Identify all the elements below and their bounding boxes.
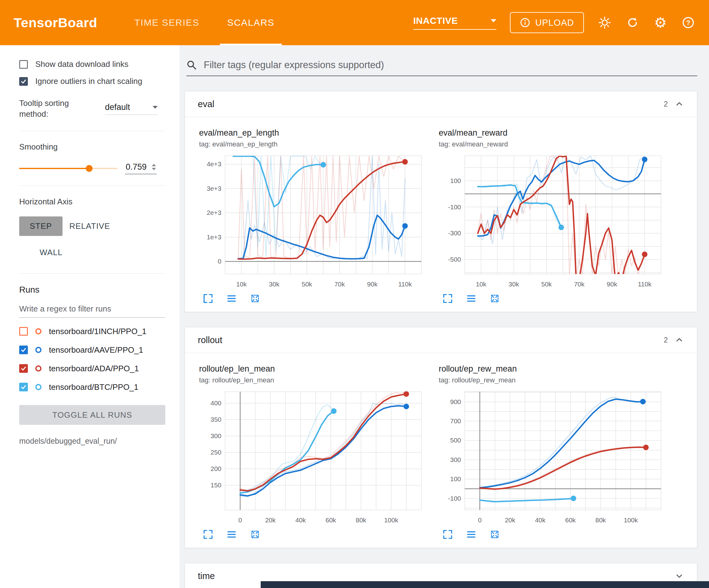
- svg-text:80k: 80k: [595, 516, 606, 523]
- chart-plot[interactable]: 020k40k60k80k100k-100100300500700900: [439, 387, 670, 529]
- checkbox-label: Show data download links: [35, 59, 129, 69]
- section-eval: eval 2 eval/mean_ep_length tag: eval/mea…: [185, 91, 697, 312]
- svg-text:20k: 20k: [265, 516, 275, 523]
- upload-button-label: UPLOAD: [535, 18, 574, 28]
- svg-text:100: 100: [450, 177, 461, 184]
- smoothing-value-box[interactable]: 0.759: [125, 162, 157, 174]
- refresh-icon[interactable]: [625, 16, 640, 30]
- svg-text:3e+3: 3e+3: [207, 185, 221, 192]
- expand-chart-icon[interactable]: [203, 529, 213, 540]
- section-rollout-header[interactable]: rollout 2: [185, 327, 697, 353]
- filter-tags-row[interactable]: Filter tags (regular expressions support…: [186, 59, 697, 76]
- ignore-outliers-row[interactable]: Ignore outliers in chart scaling: [19, 76, 165, 86]
- fit-domain-icon[interactable]: [490, 293, 500, 304]
- svg-text:20k: 20k: [505, 516, 515, 523]
- tooltip-sorting-value: default: [105, 102, 130, 112]
- chart-plot[interactable]: 10k30k50k70k90k110k01e+32e+33e+34e+3: [199, 151, 431, 292]
- ignore-outliers-checkbox[interactable]: [19, 77, 28, 86]
- horizontal-axis-label: Horizontal Axis: [19, 197, 165, 207]
- chart-plot[interactable]: 10k30k50k70k90k110k100-100-300-500: [439, 151, 670, 292]
- tooltip-sorting-select[interactable]: default: [105, 102, 158, 115]
- svg-text:350: 350: [211, 416, 221, 423]
- help-icon[interactable]: ?: [681, 16, 695, 30]
- expand-chart-icon[interactable]: [442, 529, 453, 540]
- settings-icon[interactable]: ⚙: [653, 16, 667, 30]
- svg-text:80k: 80k: [356, 516, 366, 523]
- brightness-icon[interactable]: [598, 16, 612, 30]
- section-eval-header[interactable]: eval 2: [185, 91, 697, 117]
- upload-button[interactable]: UPLOAD: [510, 12, 584, 33]
- smoothing-value[interactable]: 0.759: [126, 162, 151, 172]
- toggle-all-runs-button[interactable]: TOGGLE ALL RUNS: [19, 405, 165, 425]
- chart-tag: tag: rollout/ep_rew_mean: [439, 376, 670, 384]
- svg-text:300: 300: [450, 456, 461, 463]
- svg-text:100: 100: [450, 475, 461, 482]
- chart-toolbar: [203, 529, 431, 540]
- tab-scalars[interactable]: SCALARS: [220, 0, 282, 45]
- stepper-up-icon[interactable]: [152, 164, 156, 166]
- svg-text:700: 700: [450, 417, 461, 425]
- toggle-y-axis-icon[interactable]: [466, 529, 476, 540]
- show-download-links-row[interactable]: Show data download links: [19, 59, 165, 69]
- toggle-y-axis-icon[interactable]: [226, 529, 237, 540]
- chevron-down-icon[interactable]: [675, 571, 684, 581]
- top-tabs: TIME SERIES SCALARS: [127, 0, 295, 45]
- section-rollout: rollout 2 rollout/ep_len_mean tag: rollo…: [185, 327, 697, 548]
- smoothing-slider-knob[interactable]: [86, 165, 93, 172]
- fit-domain-icon[interactable]: [250, 529, 260, 540]
- run-row-btc[interactable]: tensorboard/BTC/PPO_1: [19, 378, 165, 397]
- svg-text:70k: 70k: [334, 281, 345, 288]
- smoothing-slider[interactable]: [19, 164, 117, 173]
- expand-chart-icon[interactable]: [203, 293, 213, 304]
- svg-text:-100: -100: [448, 203, 461, 210]
- section-title: eval: [198, 99, 214, 109]
- run-label: tensorboard/ADA/PPO_1: [49, 364, 139, 374]
- chart-eval-mean-reward: eval/mean_reward tag: eval/mean_reward 1…: [439, 128, 670, 304]
- run-checkbox[interactable]: [19, 327, 28, 336]
- toggle-y-axis-icon[interactable]: [466, 293, 476, 304]
- run-row-aave[interactable]: tensorboard/AAVE/PPO_1: [19, 340, 165, 359]
- svg-text:0: 0: [218, 258, 221, 265]
- show-download-links-checkbox[interactable]: [19, 60, 28, 69]
- divider: [19, 185, 165, 186]
- toggle-y-axis-icon[interactable]: [226, 293, 237, 304]
- status-dropdown[interactable]: INACTIVE: [413, 16, 496, 30]
- svg-text:-300: -300: [448, 229, 461, 236]
- runs-heading: Runs: [19, 285, 165, 295]
- chart-tag: tag: eval/mean_reward: [439, 140, 670, 148]
- expand-chart-icon[interactable]: [442, 293, 453, 304]
- svg-text:900: 900: [450, 398, 461, 405]
- stepper-down-icon[interactable]: [152, 168, 156, 170]
- filter-tags-input[interactable]: Filter tags (regular expressions support…: [204, 59, 384, 71]
- tab-time-series[interactable]: TIME SERIES: [127, 0, 207, 45]
- fit-domain-icon[interactable]: [250, 293, 260, 304]
- axis-option-step[interactable]: STEP: [19, 216, 62, 236]
- chart-plot[interactable]: 020k40k60k80k100k150200250300350400: [199, 387, 431, 529]
- number-stepper[interactable]: [152, 164, 156, 170]
- run-row-ada[interactable]: tensorboard/ADA/PPO_1: [19, 359, 165, 378]
- chevron-up-icon[interactable]: [675, 99, 684, 109]
- svg-text:500: 500: [450, 437, 461, 444]
- chevron-up-icon[interactable]: [675, 335, 684, 344]
- header-controls: INACTIVE UPLOAD ⚙: [413, 12, 695, 33]
- run-checkbox[interactable]: [19, 383, 28, 391]
- divider: [19, 131, 165, 131]
- runs-filter-input[interactable]: Write a regex to filter runs: [19, 304, 165, 318]
- svg-text:70k: 70k: [574, 281, 584, 288]
- run-row-1inch[interactable]: tensorboard/1INCH/PPO_1: [19, 322, 165, 340]
- axis-option-relative[interactable]: RELATIVE: [62, 216, 117, 236]
- fit-domain-icon[interactable]: [490, 529, 500, 540]
- run-checkbox[interactable]: [19, 346, 28, 354]
- svg-text:4e+3: 4e+3: [207, 160, 221, 168]
- run-checkbox[interactable]: [19, 364, 28, 373]
- svg-text:90k: 90k: [607, 281, 618, 288]
- chart-rollout-ep-len-mean: rollout/ep_len_mean tag: rollout/ep_len_…: [199, 364, 431, 540]
- svg-text:50k: 50k: [541, 281, 552, 288]
- section-eval-body: eval/mean_ep_length tag: eval/mean_ep_le…: [185, 117, 697, 312]
- runs-directory-label: models/debugged_eval_run/: [19, 437, 165, 445]
- axis-option-wall[interactable]: WALL: [33, 243, 69, 262]
- run-color-ring: [35, 384, 42, 390]
- sidebar: Show data download links Ignore outliers…: [0, 45, 180, 588]
- chart-toolbar: [203, 293, 431, 304]
- run-list: tensorboard/1INCH/PPO_1 tensorboard/AAVE…: [19, 322, 165, 397]
